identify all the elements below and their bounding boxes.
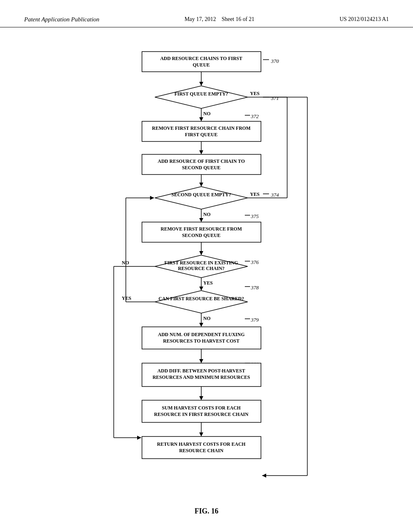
- svg-text:RESOURCES AND MINIMUM RESOURCE: RESOURCES AND MINIMUM RESOURCES: [152, 374, 250, 380]
- publication-label: Patent Application Publication: [24, 16, 99, 23]
- svg-text:ADD RESOURCE OF FIRST CHAIN TO: ADD RESOURCE OF FIRST CHAIN TO: [158, 158, 245, 164]
- svg-text:SECOND QUEUE: SECOND QUEUE: [182, 165, 221, 170]
- svg-text:375: 375: [250, 213, 259, 219]
- svg-text:NO: NO: [203, 212, 211, 217]
- svg-marker-64: [150, 196, 154, 200]
- svg-marker-39: [199, 218, 203, 222]
- svg-text:ADD DIFF. BETWEEN POST-HARVEST: ADD DIFF. BETWEEN POST-HARVEST: [157, 368, 245, 374]
- header-sheet: Sheet 16 of 21: [222, 16, 254, 22]
- svg-text:NO: NO: [203, 316, 211, 321]
- svg-rect-18: [142, 121, 261, 141]
- svg-marker-13: [262, 474, 266, 478]
- svg-text:372: 372: [250, 113, 259, 119]
- svg-marker-5: [199, 82, 203, 86]
- svg-marker-85: [199, 432, 203, 436]
- svg-text:376: 376: [250, 259, 259, 265]
- svg-text:NO: NO: [122, 260, 129, 266]
- svg-text:RETURN HARVEST COSTS FOR EACH: RETURN HARVEST COSTS FOR EACH: [157, 441, 246, 447]
- svg-marker-22: [199, 150, 203, 154]
- svg-text:SECOND QUEUE: SECOND QUEUE: [182, 233, 221, 238]
- svg-text:CAN FIRST RESOURCE BE SHARED?: CAN FIRST RESOURCE BE SHARED?: [159, 296, 244, 301]
- svg-text:FIRST QUEUE: FIRST QUEUE: [185, 132, 218, 137]
- svg-text:370: 370: [271, 58, 279, 64]
- svg-text:YES: YES: [250, 91, 260, 96]
- page-header: Patent Application Publication May 17, 2…: [0, 0, 413, 27]
- svg-text:YES: YES: [122, 295, 131, 301]
- svg-text:378: 378: [250, 285, 259, 291]
- svg-marker-17: [199, 117, 203, 121]
- svg-marker-53: [137, 436, 141, 440]
- svg-text:RESOURCE CHAIN?: RESOURCE CHAIN?: [178, 266, 225, 271]
- header-center: May 17, 2012 Sheet 16 of 21: [184, 16, 254, 23]
- svg-text:371: 371: [271, 95, 279, 101]
- svg-text:FIRST RESOURCE IN EXISTING: FIRST RESOURCE IN EXISTING: [165, 260, 238, 266]
- svg-marker-73: [199, 359, 203, 363]
- svg-marker-7: [155, 86, 248, 108]
- svg-marker-28: [199, 183, 203, 187]
- svg-marker-79: [199, 396, 203, 400]
- svg-text:ADD RESOURCE CHAINS TO FIRST: ADD RESOURCE CHAINS TO FIRST: [160, 56, 242, 61]
- svg-marker-68: [199, 323, 203, 327]
- svg-text:REMOVE FIRST RESOURCE FROM: REMOVE FIRST RESOURCE FROM: [161, 226, 242, 232]
- svg-text:YES: YES: [203, 280, 213, 286]
- svg-marker-30: [155, 187, 248, 209]
- svg-text:NO: NO: [203, 111, 211, 116]
- header-patent: US 2012/0124213 A1: [340, 16, 389, 23]
- svg-text:RESOURCE CHAIN: RESOURCE CHAIN: [179, 448, 223, 453]
- svg-rect-1: [142, 52, 261, 72]
- svg-text:ADD NUM. OF DEPENDENT FLUXING: ADD NUM. OF DEPENDENT FLUXING: [158, 332, 244, 337]
- svg-text:REMOVE FIRST RESOURCE CHAIN FR: REMOVE FIRST RESOURCE CHAIN FROM: [152, 125, 250, 131]
- svg-marker-44: [199, 251, 203, 255]
- diagram-area: 370 ADD RESOURCE CHAINS TO FIRST QUEUE 3…: [0, 27, 413, 524]
- flowchart-svg: 370 ADD RESOURCE CHAINS TO FIRST QUEUE 3…: [65, 39, 348, 499]
- svg-rect-40: [142, 222, 261, 242]
- header-date: May 17, 2012: [184, 16, 216, 22]
- svg-text:FIRST QUEUE EMPTY?: FIRST QUEUE EMPTY?: [174, 91, 228, 97]
- svg-marker-58: [155, 291, 248, 313]
- svg-text:RESOURCES TO HARVEST COST: RESOURCES TO HARVEST COST: [163, 338, 239, 344]
- svg-text:RESOURCE IN FIRST RESOURCE CHA: RESOURCE IN FIRST RESOURCE CHAIN: [154, 411, 248, 417]
- svg-text:SUM HARVEST COSTS FOR EACH: SUM HARVEST COSTS FOR EACH: [162, 405, 241, 411]
- svg-marker-57: [199, 287, 203, 291]
- svg-rect-24: [142, 154, 261, 175]
- svg-text:YES: YES: [250, 191, 260, 197]
- figure-caption: FIG. 16: [194, 507, 218, 515]
- svg-text:QUEUE: QUEUE: [193, 62, 210, 68]
- svg-text:374: 374: [271, 192, 279, 198]
- svg-text:SECOND QUEUE EMPTY?: SECOND QUEUE EMPTY?: [171, 192, 231, 197]
- svg-text:379: 379: [250, 317, 259, 323]
